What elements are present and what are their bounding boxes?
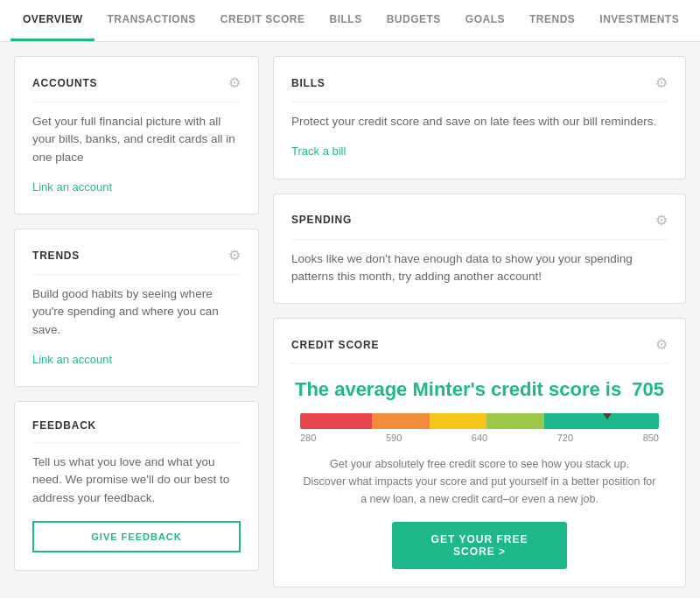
left-column: ACCOUNTS ⚙ Get your full financial pictu… bbox=[14, 56, 259, 587]
feedback-card-header: FEEDBACK bbox=[32, 419, 241, 443]
accounts-card-title: ACCOUNTS bbox=[32, 77, 97, 89]
score-label-850: 850 bbox=[643, 433, 659, 443]
credit-score-description: Get your absolutely free credit score to… bbox=[291, 455, 668, 508]
accounts-card-header: ACCOUNTS ⚙ bbox=[32, 74, 241, 102]
nav-item-credit-score[interactable]: CREDIT SCORE bbox=[208, 0, 318, 41]
link-account-button[interactable]: Link an account bbox=[32, 179, 112, 196]
spending-description: Looks like we don't have enough data to … bbox=[291, 250, 668, 286]
score-bar bbox=[300, 413, 659, 429]
credit-score-header: CREDIT SCORE ⚙ bbox=[291, 336, 668, 364]
navigation-bar: OVERVIEW TRANSACTIONS CREDIT SCORE BILLS… bbox=[0, 0, 700, 42]
nav-item-overview[interactable]: OVERVIEW bbox=[10, 0, 94, 41]
feedback-description: Tell us what you love and what you need.… bbox=[32, 454, 241, 507]
credit-score-gear-icon[interactable]: ⚙ bbox=[655, 336, 668, 353]
main-content: ACCOUNTS ⚙ Get your full financial pictu… bbox=[0, 42, 700, 598]
bills-card-body: Protect your credit score and save on la… bbox=[291, 113, 668, 161]
credit-score-card: CREDIT SCORE ⚙ The average Minter's cred… bbox=[273, 318, 686, 587]
nav-item-bills[interactable]: BILLS bbox=[318, 0, 374, 41]
trends-card: TRENDS ⚙ Build good habits by seeing whe… bbox=[14, 229, 259, 387]
trends-card-body: Build good habits by seeing where you're… bbox=[32, 285, 241, 369]
score-labels: 280 590 640 720 850 bbox=[300, 429, 659, 447]
credit-score-value: 705 bbox=[632, 378, 664, 400]
feedback-card: FEEDBACK Tell us what you love and what … bbox=[14, 401, 259, 571]
credit-desc-line1: Get your absolutely free credit score to… bbox=[330, 458, 629, 470]
accounts-gear-icon[interactable]: ⚙ bbox=[228, 74, 241, 91]
get-free-score-button[interactable]: GET YOUR FREE SCORE > bbox=[392, 522, 567, 569]
nav-item-goals[interactable]: GOALS bbox=[453, 0, 517, 41]
score-label-720: 720 bbox=[557, 433, 573, 443]
bills-card: BILLS ⚙ Protect your credit score and sa… bbox=[273, 56, 686, 179]
right-column: BILLS ⚙ Protect your credit score and sa… bbox=[273, 56, 686, 587]
bills-gear-icon[interactable]: ⚙ bbox=[655, 74, 668, 91]
feedback-card-title: FEEDBACK bbox=[32, 419, 96, 432]
score-label-280: 280 bbox=[300, 433, 316, 443]
spending-card: SPENDING ⚙ Looks like we don't have enou… bbox=[273, 193, 686, 305]
bar-segment-orange bbox=[372, 413, 430, 429]
spending-card-title: SPENDING bbox=[291, 214, 352, 226]
bills-description: Protect your credit score and save on la… bbox=[291, 113, 668, 130]
score-label-640: 640 bbox=[472, 433, 487, 443]
credit-score-headline: The average Minter's credit score is 705 bbox=[291, 378, 668, 401]
accounts-card-body: Get your full financial picture with all… bbox=[32, 113, 241, 196]
bar-segment-red bbox=[300, 413, 372, 429]
nav-item-trends[interactable]: TRENDS bbox=[517, 0, 587, 41]
bar-segment-lime bbox=[486, 413, 544, 429]
bar-segment-yellow bbox=[430, 413, 487, 429]
nav-item-budgets[interactable]: BUDGETS bbox=[374, 0, 453, 41]
score-label-590: 590 bbox=[386, 433, 402, 443]
credit-desc-line2: Discover what impacts your score and put… bbox=[304, 475, 656, 505]
accounts-description: Get your full financial picture with all… bbox=[32, 113, 241, 166]
credit-headline-prefix: The average Minter's credit score is bbox=[295, 378, 621, 400]
trends-card-header: TRENDS ⚙ bbox=[32, 247, 241, 275]
trends-description: Build good habits by seeing where you're… bbox=[32, 285, 241, 339]
bar-segment-green bbox=[544, 413, 659, 429]
nav-item-ways-to-save[interactable]: WAYS TO SAVE bbox=[691, 0, 700, 41]
spending-card-body: Looks like we don't have enough data to … bbox=[291, 250, 668, 286]
feedback-card-body: Tell us what you love and what you need.… bbox=[32, 454, 241, 552]
trends-link-account[interactable]: Link an account bbox=[32, 351, 112, 369]
bills-card-header: BILLS ⚙ bbox=[291, 74, 668, 102]
score-bar-container: 280 590 640 720 850 bbox=[300, 413, 659, 447]
spending-card-header: SPENDING ⚙ bbox=[291, 212, 668, 240]
spending-gear-icon[interactable]: ⚙ bbox=[655, 212, 668, 229]
nav-item-investments[interactable]: INVESTMENTS bbox=[587, 0, 691, 41]
trends-card-title: TRENDS bbox=[32, 250, 80, 262]
bills-card-title: BILLS bbox=[291, 77, 326, 89]
give-feedback-button[interactable]: GIVE FEEDBACK bbox=[32, 521, 241, 552]
credit-score-title: CREDIT SCORE bbox=[291, 339, 379, 351]
track-bill-link[interactable]: Track a bill bbox=[291, 143, 346, 160]
nav-item-transactions[interactable]: TRANSACTIONS bbox=[94, 0, 207, 41]
accounts-card: ACCOUNTS ⚙ Get your full financial pictu… bbox=[14, 56, 259, 215]
score-notch bbox=[601, 413, 613, 419]
trends-gear-icon[interactable]: ⚙ bbox=[228, 247, 241, 264]
